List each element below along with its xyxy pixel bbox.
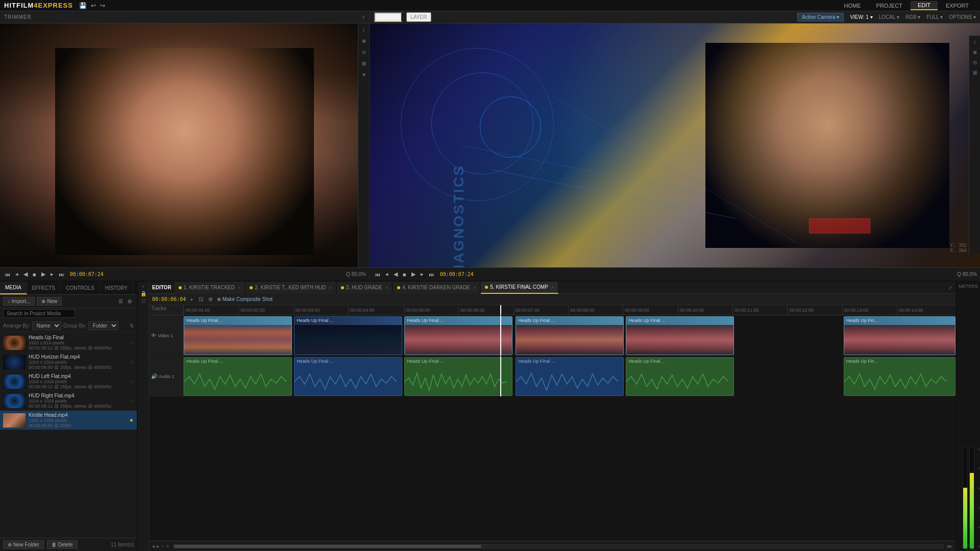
arrange-by-select[interactable]: Name: [32, 321, 61, 330]
tool-arrow[interactable]: ↕: [360, 26, 368, 34]
editor-expand-icon[interactable]: ⤢: [948, 285, 952, 290]
nav-edit[interactable]: EDIT: [911, 1, 938, 10]
trim-play-prev[interactable]: ⏮: [3, 271, 12, 278]
save-icon[interactable]: 💾: [79, 2, 87, 9]
viewer-play[interactable]: ▶: [410, 270, 417, 278]
comp-tab-close-3[interactable]: ×: [473, 285, 476, 290]
nav-project[interactable]: PROJECT: [869, 1, 910, 10]
video-clip-1[interactable]: Heads Up Final ...: [294, 316, 402, 355]
tl-magnet-btn[interactable]: ⊛: [207, 296, 214, 303]
trim-play-back[interactable]: ◀: [22, 270, 29, 278]
tl-scroll-right[interactable]: ▸: [157, 543, 159, 549]
trim-step-fwd[interactable]: ▸: [49, 270, 55, 278]
video-clip-3[interactable]: Heads Up Final ...: [516, 316, 624, 355]
tl-zoom-out[interactable]: −: [161, 543, 164, 549]
viewer-play-prev[interactable]: ⏮: [373, 271, 382, 278]
comp-tab-0[interactable]: 1. KIRSTIE TRACKED ×: [175, 282, 246, 294]
tab-layer[interactable]: LAYER: [406, 12, 431, 22]
view-list-icon[interactable]: ☰: [116, 297, 125, 306]
viewer-stop[interactable]: ■: [401, 271, 408, 278]
video-clip-0[interactable]: Heads Up Final ...: [184, 316, 292, 355]
comp-tab-3[interactable]: 4. KIRSTIE DARKEN GRADE ×: [393, 282, 480, 294]
nav-home[interactable]: HOME: [837, 1, 868, 10]
view-grid-icon[interactable]: ⊞: [126, 297, 134, 306]
tl-add-track[interactable]: +: [142, 284, 145, 289]
audio-clip-2[interactable]: Heads Up Final ...: [404, 357, 512, 396]
audio-clip-1[interactable]: Heads Up Final ...: [294, 357, 402, 396]
group-by-select[interactable]: Folder: [88, 321, 118, 330]
audio-track-content[interactable]: Heads Up Final ... Heads Up Final ...: [184, 356, 955, 396]
new-button[interactable]: ⊕ New: [37, 297, 62, 306]
comp-tab-4[interactable]: 5. KIRSTIE FINAL COMP ×: [481, 282, 558, 294]
comp-tab-1[interactable]: 2. KIRSTIE T...KED WITH HUD ×: [246, 282, 336, 294]
nav-export[interactable]: EXPORT: [939, 1, 976, 10]
viewer-tool-4[interactable]: ⊞: [971, 68, 979, 77]
tool-cross[interactable]: ✕: [360, 70, 368, 79]
trim-step-back[interactable]: ◂: [14, 270, 20, 278]
audio-clip-0[interactable]: Heads Up Final ...: [184, 357, 292, 396]
rgb-label[interactable]: RGB ▾: [905, 14, 920, 20]
viewer-tool-1[interactable]: ↕: [971, 38, 979, 46]
audio-track-icon[interactable]: 🔊: [151, 373, 157, 379]
media-item-3[interactable]: HUD Right Flat.mp4 1024 x 1024 pixels 00…: [0, 391, 137, 411]
tab-controls[interactable]: CONTROLS: [61, 282, 100, 294]
tl-lock[interactable]: 🔒: [140, 291, 146, 296]
tab-history[interactable]: HISTORY: [100, 282, 133, 294]
media-item-4[interactable]: Kirstle Head.mp4 980 x 551 pixels 00:0…: [0, 411, 137, 430]
import-button[interactable]: ↓ Import...: [3, 297, 35, 306]
comp-tab-2[interactable]: 3. HUD GRADE ×: [337, 282, 393, 294]
tl-snap-btn[interactable]: ⊡: [198, 296, 204, 303]
video-track-content[interactable]: Heads Up Final ... Heads Up Final ... He…: [184, 315, 955, 356]
tl-add-btn[interactable]: +: [189, 296, 194, 303]
trim-play-next[interactable]: ⏭: [57, 271, 66, 278]
media-item-1[interactable]: HUD Horizon Flat.mp4 1024 x 1024 pixels …: [0, 353, 137, 372]
viewer-step-back[interactable]: ◂: [384, 270, 390, 278]
tab-effects[interactable]: EFFECTS: [27, 282, 61, 294]
viewer-step-fwd[interactable]: ▸: [419, 270, 425, 278]
viewer-play-next[interactable]: ⏭: [427, 271, 436, 278]
video-clip-5[interactable]: Heads Up Fin...: [844, 316, 955, 355]
audio-clip-4[interactable]: Heads Up Final ...: [626, 357, 734, 396]
trimmer-close-icon[interactable]: ×: [362, 14, 365, 20]
tl-scroll-left[interactable]: ◂: [152, 543, 155, 549]
comp-tab-close-0[interactable]: ×: [238, 285, 240, 290]
audio-clip-3[interactable]: Heads Up Final ...: [516, 357, 624, 396]
full-label[interactable]: FULL ▾: [926, 14, 943, 20]
local-label[interactable]: LOCAL ▾: [879, 14, 899, 20]
trim-play[interactable]: ▶: [40, 270, 47, 278]
tool-grid[interactable]: ⊞: [360, 59, 368, 67]
redo-icon[interactable]: ↪: [100, 2, 105, 9]
tl-snap[interactable]: ⊡: [141, 298, 145, 304]
tl-end[interactable]: ⏭: [947, 543, 952, 549]
media-item-0[interactable]: Heads Up Final 1920 x 814 pixels 00:01:3…: [0, 333, 137, 353]
media-item-2[interactable]: HUD Left Flat.mp4 1024 x 1024 pixels 00:…: [0, 372, 137, 391]
tab-viewer[interactable]: VIEWER: [374, 12, 402, 22]
video-track-eye[interactable]: 👁: [151, 333, 156, 338]
audio-clip-5[interactable]: Heads Up Fin...: [844, 357, 955, 396]
view-1-label[interactable]: VIEW: 1 ▾: [850, 14, 872, 20]
tool-target[interactable]: ⊙: [360, 48, 368, 56]
tab-media[interactable]: MEDIA: [0, 282, 27, 294]
viewer-tool-2[interactable]: ⊕: [971, 48, 979, 56]
undo-icon[interactable]: ↩: [91, 2, 96, 9]
tl-timecode[interactable]: 00:00:06:04: [152, 296, 186, 302]
tl-zoom-in[interactable]: +: [166, 543, 169, 549]
options-label[interactable]: OPTIONS ▾: [949, 14, 976, 20]
video-clip-4[interactable]: Heads Up Final ...: [626, 316, 734, 355]
viewer-play-back[interactable]: ◀: [392, 270, 399, 278]
trim-stop[interactable]: ■: [31, 271, 38, 278]
video-clip-2[interactable]: Heads Up Final ...: [404, 316, 512, 355]
viewer-tool-3[interactable]: ⊙: [971, 58, 979, 66]
comp-tab-close-1[interactable]: ×: [329, 285, 332, 290]
media-search-input[interactable]: [3, 309, 75, 318]
timeline-scrollbar[interactable]: [174, 544, 943, 548]
media-star-4[interactable]: ★: [129, 417, 134, 423]
delete-button[interactable]: 🗑 Delete: [47, 540, 78, 549]
tool-add[interactable]: ⊕: [360, 37, 368, 45]
comp-tab-close-2[interactable]: ×: [385, 285, 388, 290]
sort-icon[interactable]: ⇅: [130, 323, 134, 329]
new-folder-button[interactable]: ⊕ New Folder: [3, 540, 44, 549]
active-camera-button[interactable]: Active Camera ▾: [797, 13, 844, 21]
comp-tab-close-4[interactable]: ×: [551, 285, 554, 290]
make-comp-button[interactable]: ⊕ Make Composite Shot: [217, 296, 273, 302]
